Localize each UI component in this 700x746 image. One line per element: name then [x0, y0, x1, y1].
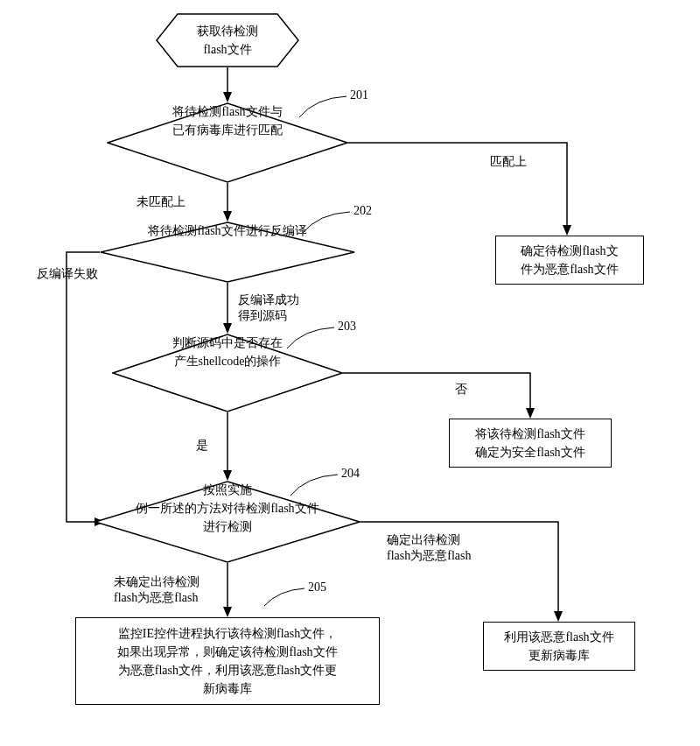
arrow-201-unmatched: [222, 183, 233, 222]
svg-marker-14: [223, 470, 232, 481]
start-node: 获取待检测 flash文件: [156, 13, 299, 67]
step-203-num: 203: [338, 319, 356, 334]
svg-marker-12: [526, 408, 535, 419]
start-label: 获取待检测 flash文件: [162, 22, 293, 59]
edge-unmatched-label: 未匹配上: [136, 194, 186, 210]
leader-202: [301, 210, 350, 235]
edge-no-label: 否: [455, 382, 467, 398]
edge-yes-label: 是: [196, 438, 208, 454]
box-update: 利用该恶意flash文件 更新病毒库: [483, 622, 635, 671]
step-202-num: 202: [354, 203, 372, 219]
box-safe: 将该待检测flash文件 确定为安全flash文件: [449, 419, 612, 468]
step-205-num: 205: [308, 580, 326, 595]
svg-marker-4: [563, 225, 571, 236]
leader-201: [298, 95, 346, 119]
leader-203: [285, 326, 334, 350]
arrow-203-yes: [222, 412, 233, 481]
arrow-204-notdetected: [222, 563, 233, 617]
step-204-num: 204: [341, 466, 360, 482]
svg-marker-18: [223, 607, 232, 617]
edge-detected-label: 确定出待检测 flash为恶意flash: [387, 532, 471, 564]
arrow-203-no: [343, 368, 541, 419]
svg-marker-6: [223, 211, 232, 222]
edge-matched-label: 匹配上: [490, 154, 527, 170]
arrow-202-ok: [222, 283, 233, 334]
edge-decomp-fail-label: 反编译失败: [37, 266, 98, 282]
edge-decomp-ok-label: 反编译成功 得到源码: [238, 292, 299, 324]
flowchart: 获取待检测 flash文件 将待检测flash文件与 已有病毒库进行匹配 201…: [0, 0, 700, 746]
arrow-start-201: [222, 67, 233, 102]
leader-204: [289, 473, 338, 497]
box-malicious: 确定待检测flash文 件为恶意flash文件: [495, 236, 644, 285]
edge-notdetected-label: 未确定出待检测 flash为恶意flash: [114, 574, 200, 606]
svg-marker-2: [223, 92, 232, 102]
arrow-201-matched: [348, 137, 578, 236]
step-205: 监控IE控件进程执行该待检测flash文件， 如果出现异常，则确定该待检测fla…: [75, 617, 380, 705]
leader-205: [262, 587, 304, 608]
svg-marker-10: [223, 323, 232, 334]
svg-marker-16: [554, 611, 563, 622]
step-201-num: 201: [350, 88, 368, 103]
